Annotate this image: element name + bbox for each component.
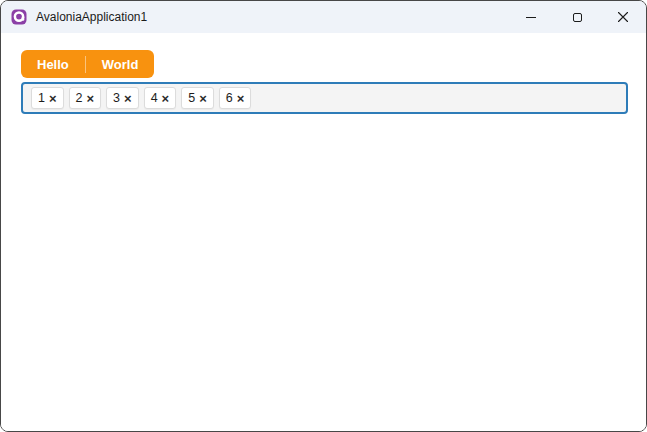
minimize-icon	[526, 17, 536, 18]
chip-remove-icon: ×	[199, 92, 207, 105]
tag-chip: 5 ×	[181, 87, 214, 109]
tag-chip: 3 ×	[106, 87, 139, 109]
chip-remove-button[interactable]: ×	[237, 92, 245, 105]
close-icon	[617, 11, 629, 23]
chip-remove-icon: ×	[87, 92, 95, 105]
chip-remove-button[interactable]: ×	[162, 92, 170, 105]
chip-remove-icon: ×	[49, 92, 57, 105]
tag-chip: 4 ×	[144, 87, 177, 109]
tag-chip: 6 ×	[219, 87, 252, 109]
chip-remove-icon: ×	[237, 92, 245, 105]
chip-label: 5	[188, 92, 195, 105]
window-title: AvaloniaApplication1	[36, 10, 147, 24]
tag-input[interactable]: 1 × 2 × 3 × 4 × 5 × 6 ×	[21, 82, 628, 114]
maximize-button[interactable]	[554, 1, 600, 33]
titlebar: AvaloniaApplication1	[1, 1, 646, 33]
chip-remove-icon: ×	[162, 92, 170, 105]
minimize-button[interactable]	[508, 1, 554, 33]
caption-buttons	[508, 1, 646, 33]
tab-world[interactable]: World	[86, 50, 155, 78]
chip-remove-button[interactable]: ×	[49, 92, 57, 105]
tag-chip: 1 ×	[31, 87, 64, 109]
tag-chip: 2 ×	[69, 87, 102, 109]
chip-label: 1	[38, 92, 45, 105]
chip-remove-icon: ×	[124, 92, 132, 105]
chip-label: 2	[76, 92, 83, 105]
tab-hello[interactable]: Hello	[21, 50, 85, 78]
chip-label: 3	[113, 92, 120, 105]
app-window: AvaloniaApplication1 Hello World	[0, 0, 647, 432]
avalonia-logo-icon	[11, 9, 27, 25]
chip-remove-button[interactable]: ×	[199, 92, 207, 105]
chip-remove-button[interactable]: ×	[124, 92, 132, 105]
chip-label: 4	[151, 92, 158, 105]
chip-label: 6	[226, 92, 233, 105]
tab-strip: Hello World	[21, 50, 154, 78]
close-button[interactable]	[600, 1, 646, 33]
chip-remove-button[interactable]: ×	[87, 92, 95, 105]
content-area: Hello World 1 × 2 × 3 × 4 × 5	[1, 33, 646, 431]
maximize-icon	[573, 13, 582, 22]
